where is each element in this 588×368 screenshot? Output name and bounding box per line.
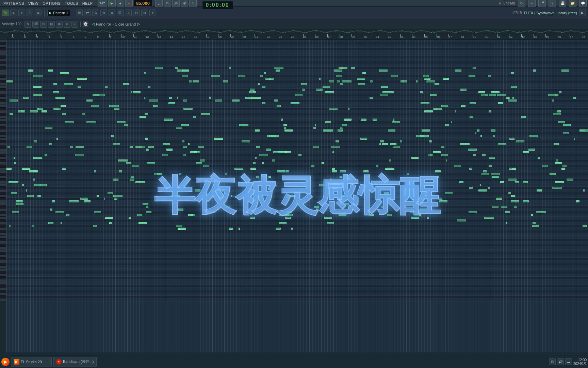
piano-key-F6[interactable] — [0, 89, 6, 91]
piano-key-A#1[interactable] — [0, 239, 6, 241]
piano-key-F#3[interactable] — [0, 184, 6, 187]
piano-key-D6[interactable] — [0, 97, 6, 99]
piano-key-B5[interactable] — [0, 105, 6, 108]
flip-h-icon[interactable]: ⇄ — [84, 10, 91, 16]
piano-key-D#1[interactable] — [0, 258, 6, 260]
piano-key-F0[interactable] — [0, 285, 6, 288]
record-button[interactable]: ● — [125, 0, 133, 7]
piano-key-D#4[interactable] — [0, 159, 6, 162]
piano-key-C2[interactable] — [0, 233, 6, 236]
help-icon[interactable]: ? — [549, 0, 556, 7]
align-left-icon[interactable]: ⊞ — [76, 10, 83, 16]
piano-key-B1[interactable] — [0, 236, 6, 239]
wifi-icon[interactable]: ⊡ — [549, 358, 556, 365]
menu-options[interactable]: OPTIONS — [40, 1, 63, 6]
piano-key-A1[interactable] — [0, 241, 6, 244]
piano-key-A#5[interactable] — [0, 108, 6, 110]
tool-slice[interactable]: ✂ — [40, 21, 47, 28]
piano-key-C#1[interactable] — [0, 263, 6, 266]
ghost-icon[interactable]: 👻 — [83, 21, 88, 27]
wave-icon[interactable]: ∿ — [189, 0, 197, 7]
quantize-icon[interactable]: ≡ — [10, 10, 17, 16]
piano-key-D7[interactable] — [0, 64, 6, 67]
pat-button[interactable]: PAT — [98, 0, 107, 7]
piano-key-A4[interactable] — [0, 143, 6, 146]
tool-detuned[interactable]: ≈ — [64, 21, 70, 28]
randomize-icon[interactable]: ⚄ — [117, 10, 124, 16]
piano-key-E5[interactable] — [0, 124, 6, 127]
chat-icon[interactable]: 💬 — [579, 0, 587, 7]
piano-key-G#6[interactable] — [0, 80, 6, 83]
flip-v-icon[interactable]: ⇅ — [92, 10, 99, 16]
piano-key-F#0[interactable] — [0, 282, 6, 285]
piano-key-D#5[interactable] — [0, 127, 6, 129]
piano-key-C0[interactable] — [0, 298, 6, 301]
piano-key-B2[interactable] — [0, 203, 6, 206]
piano-key-D#7[interactable] — [0, 61, 6, 64]
piano-key-D0[interactable] — [0, 293, 6, 296]
menu-patterns[interactable]: PATTERNS — [1, 1, 26, 6]
piano-key-F#1[interactable] — [0, 249, 6, 252]
piano-key-A7[interactable] — [0, 45, 6, 48]
snap-icon[interactable]: ⌖ — [18, 10, 25, 16]
piano-key-C7[interactable] — [0, 70, 6, 72]
piano-key-G#2[interactable] — [0, 211, 6, 214]
scissors-icon[interactable]: ✂ — [528, 0, 536, 7]
piano-key-D5[interactable] — [0, 129, 6, 132]
piano-key-D1[interactable] — [0, 260, 6, 263]
piano-key-F#5[interactable] — [0, 119, 6, 121]
piano-key-E1[interactable] — [0, 255, 6, 258]
taskbar-fl-studio[interactable]: ▶ FL Studio 20 — [11, 357, 52, 367]
chord-icon[interactable]: ⬡ — [27, 10, 33, 16]
tool-eraser[interactable]: ⌫ — [32, 21, 39, 28]
piano-key-C5[interactable] — [0, 135, 6, 138]
piano-key-F#6[interactable] — [0, 86, 6, 89]
piano-key-B3[interactable] — [0, 170, 6, 173]
piano-key-G1[interactable] — [0, 247, 6, 249]
menu-view[interactable]: VIEW — [26, 1, 40, 6]
refresh-icon[interactable]: ⟳ — [518, 0, 525, 7]
piano-key-G7[interactable] — [0, 50, 6, 53]
piano-key-B6[interactable] — [0, 72, 6, 75]
piano-key-A3[interactable] — [0, 176, 6, 179]
piano-key-D#6[interactable] — [0, 94, 6, 97]
piano-key-D2[interactable] — [0, 228, 6, 230]
piano-key-F5[interactable] — [0, 121, 6, 124]
piano-key-C4[interactable] — [0, 168, 6, 170]
select-icon[interactable]: ⊘ — [141, 10, 148, 16]
piano-key-G#4[interactable] — [0, 146, 6, 149]
piano-key-A#4[interactable] — [0, 140, 6, 143]
piano-key-D4[interactable] — [0, 162, 6, 165]
save-icon[interactable]: 💾 — [559, 0, 566, 7]
metronome-icon[interactable]: ♩ — [155, 0, 163, 7]
menu-help[interactable]: HELP — [80, 1, 95, 6]
bpm-display[interactable]: 85.000 — [134, 0, 152, 7]
piano-key-G5[interactable] — [0, 116, 6, 119]
piano-key-F2[interactable] — [0, 219, 6, 222]
piano-key-F1[interactable] — [0, 252, 6, 255]
piano-key-E3[interactable] — [0, 189, 6, 192]
piano-key-E0[interactable] — [0, 288, 6, 290]
piano-key-A#3[interactable] — [0, 173, 6, 176]
taskbar-bandicam[interactable]: ● Bandicam (未注...) — [53, 357, 97, 367]
stop-button[interactable]: ■ — [117, 0, 124, 7]
piano-key-F3[interactable] — [0, 187, 6, 189]
piano-key-D#3[interactable] — [0, 192, 6, 195]
folder-icon[interactable]: 📁 — [569, 0, 576, 7]
pattern-name[interactable]: Pattern 1 — [53, 11, 68, 15]
loop-icon[interactable]: ⟳ — [164, 0, 171, 7]
stamp-icon[interactable]: ⊙ — [133, 10, 140, 16]
piano-key-C3[interactable] — [0, 200, 6, 203]
next-pattern-icon[interactable]: ▶ — [579, 10, 586, 16]
split-icon[interactable]: ⊗ — [109, 10, 115, 16]
piano-key-G4[interactable] — [0, 149, 6, 151]
piano-key-C#5[interactable] — [0, 132, 6, 135]
piano-key-C#6[interactable] — [0, 99, 6, 102]
piano-key-C#3[interactable] — [0, 198, 6, 200]
piano-key-E7[interactable] — [0, 59, 6, 61]
zoom-icon[interactable]: ⌖ — [149, 10, 156, 16]
piano-key-C#0[interactable] — [0, 296, 6, 298]
piano-key-D#0[interactable] — [0, 290, 6, 293]
marker-icon[interactable]: Ψ — [181, 0, 188, 7]
piano-key-A6[interactable] — [0, 78, 6, 80]
